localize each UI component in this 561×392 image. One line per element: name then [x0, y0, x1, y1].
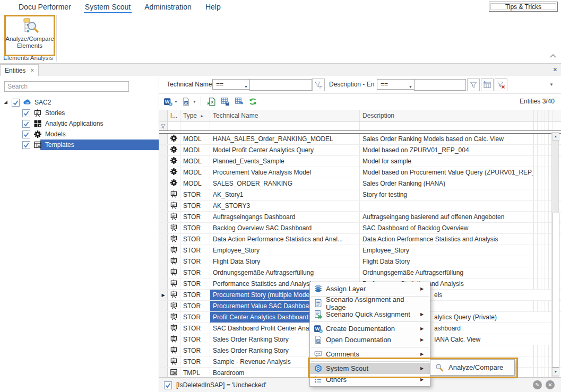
type-cell[interactable]: STOR	[180, 278, 210, 289]
vertical-scrollbar[interactable]: ▲ ▼	[551, 132, 559, 377]
technical-name-cell[interactable]: HANA_SALES_Order_RANKING_MODEL	[210, 134, 360, 144]
type-cell[interactable]: STOR	[180, 334, 210, 345]
type-cell[interactable]: STOR	[180, 223, 210, 233]
open-word-doc-button[interactable]: W	[181, 96, 192, 107]
grid-filter-row[interactable]	[159, 122, 561, 130]
menu-system-scout[interactable]: System Scout	[78, 0, 137, 14]
chevron-down-icon[interactable]: ▼	[174, 100, 178, 103]
technical-name-filter-input[interactable]	[249, 79, 312, 91]
scroll-down-icon[interactable]: ▼	[552, 368, 559, 376]
filterbar-dropdown-icon[interactable]: ▼	[549, 82, 554, 87]
type-cell[interactable]: STOR	[180, 212, 210, 222]
type-column-header[interactable]: Type▲	[180, 110, 210, 121]
description-cell[interactable]	[360, 201, 533, 211]
table-row[interactable]: MODLHANA_SALES_Order_RANKING_MODELSales …	[159, 134, 561, 145]
technical-name-cell[interactable]: Auftragseingangs Dashboard	[210, 212, 360, 222]
technical-name-cell[interactable]: Flight Data Story	[210, 256, 360, 267]
tree-item-stories[interactable]: Stories	[0, 108, 159, 118]
tab-entities[interactable]: Entities ×	[0, 64, 39, 76]
technical-name-cell[interactable]: AK_Story1	[210, 189, 360, 200]
description-filter-input[interactable]	[414, 79, 466, 91]
clear-filter-button[interactable]	[495, 79, 507, 91]
type-cell[interactable]: MODL	[180, 134, 210, 144]
description-cell[interactable]: Employee_Story	[360, 245, 533, 256]
type-cell[interactable]: STOR	[180, 201, 210, 211]
type-cell[interactable]: STOR	[180, 356, 210, 367]
description-cell[interactable]: Model for sample	[360, 156, 533, 167]
menu-item-assign-layer[interactable]: Assign Layer▶	[310, 283, 430, 294]
export-excel-button[interactable]: X	[206, 96, 217, 107]
description-operator-select[interactable]: ==▼	[377, 79, 415, 90]
type-cell[interactable]: MODL	[180, 156, 210, 167]
column-chooser-button[interactable]	[481, 79, 494, 91]
type-cell[interactable]: MODL	[180, 167, 210, 178]
menu-administration[interactable]: Administration	[137, 0, 198, 14]
type-cell[interactable]: STOR	[180, 345, 210, 356]
description-cell[interactable]: Ordnungsgemäße Auftragserfüllung	[360, 267, 533, 278]
tree-item-templates[interactable]: Templates	[0, 140, 159, 150]
tips-tricks-button[interactable]: Tips & Tricks	[489, 2, 558, 12]
icon-column-header[interactable]: I...	[168, 110, 180, 121]
tree-item-analytic-applications[interactable]: Analytic Applications	[0, 118, 159, 129]
menu-item-create-documentation[interactable]: WCreate Documentation▶	[310, 323, 430, 334]
description-cell[interactable]: Model based on Procurement Value Query (…	[360, 167, 533, 178]
tree-item-models[interactable]: Models	[0, 129, 159, 140]
table-row[interactable]: MODLModel Profit Center Analytics QueryM…	[159, 145, 561, 156]
table-row[interactable]: STORAK_Story1Story for testing	[159, 189, 561, 201]
menu-item-system-scout[interactable]: System Scout▶	[310, 363, 430, 374]
menu-item-others[interactable]: Others▶	[310, 374, 430, 385]
description-cell[interactable]: Story for testing	[360, 189, 533, 200]
scrollbar-thumb[interactable]	[552, 213, 559, 368]
checkbox[interactable]	[22, 130, 30, 138]
panel-close-icon[interactable]: ×	[553, 65, 557, 74]
type-cell[interactable]: MODL	[180, 145, 210, 155]
copy-grid-button[interactable]	[234, 96, 245, 107]
technical-name-cell[interactable]: Procurement Value Analysis Model	[210, 167, 360, 178]
type-cell[interactable]: STOR	[180, 245, 210, 256]
type-cell[interactable]: TMPL	[180, 368, 210, 378]
table-row[interactable]: STORData Action Performance Statistics a…	[159, 234, 561, 245]
description-column-header[interactable]: Description	[360, 110, 533, 121]
chevron-down-icon[interactable]: ▼	[193, 100, 196, 103]
expander-icon[interactable]	[2, 99, 10, 106]
technical-name-cell[interactable]: Planned_Events_Sample	[210, 156, 360, 167]
description-cell[interactable]: Auftragseingang basierend auf offenen An…	[360, 212, 533, 222]
table-row[interactable]: STORFlight Data StoryFlight Data Story	[159, 256, 561, 267]
technical-name-cell[interactable]: Model Profit Center Analytics Query	[210, 145, 360, 155]
description-cell[interactable]: Sales Order Ranking Models based on Calc…	[360, 134, 533, 144]
menu-item-scenario-assignment-and-usage[interactable]: Scenario Assignment and Usage	[310, 298, 430, 309]
menu-item-analyze-compare[interactable]: Analyze/Compare	[448, 363, 503, 371]
type-cell[interactable]: STOR	[180, 290, 210, 300]
menu-docu-performer[interactable]: Docu Performer	[12, 0, 78, 14]
type-cell[interactable]: STOR	[180, 234, 210, 245]
checkbox[interactable]	[22, 141, 30, 149]
technical-name-cell[interactable]: SALES_ORDER_RANKING	[210, 178, 360, 189]
technical-name-column-header[interactable]: Technical Name	[210, 110, 360, 121]
checkbox[interactable]	[12, 99, 20, 107]
menu-item-scenario-quick-assignment[interactable]: Scenario Quick Assignment▶	[310, 309, 430, 320]
edit-filter-pencil-icon[interactable]: ✎	[533, 380, 542, 389]
technical-name-cell[interactable]: Backlog Overview SAC Dashboard	[210, 223, 360, 233]
technical-name-cell[interactable]: Employee_Story	[210, 245, 360, 256]
checkbox[interactable]	[22, 109, 30, 117]
description-cell[interactable]: Model based on ZPURV01_REP_004	[360, 145, 533, 155]
remove-filter-close-icon[interactable]: ✕	[546, 380, 555, 389]
search-input[interactable]	[4, 81, 129, 92]
filter-edit-button[interactable]	[312, 79, 325, 91]
type-cell[interactable]: STOR	[180, 256, 210, 267]
type-cell[interactable]: STOR	[180, 323, 210, 334]
table-row[interactable]: MODLProcurement Value Analysis ModelMode…	[159, 167, 561, 178]
technical-name-cell[interactable]: Ordnungsgemäße Auftragserfüllung	[210, 267, 360, 278]
save-grid-button[interactable]	[220, 96, 231, 107]
technical-name-cell[interactable]: AK_STORY3	[210, 201, 360, 211]
ribbon-collapse-chevron-icon[interactable]	[549, 53, 557, 59]
filter-enabled-checkbox[interactable]	[164, 381, 172, 389]
table-row[interactable]: MODLPlanned_Events_SampleModel for sampl…	[159, 156, 561, 167]
table-row[interactable]: STORBacklog Overview SAC DashboardSAC Da…	[159, 223, 561, 234]
technical-name-cell[interactable]: Data Action Performance Statistics and A…	[210, 234, 360, 245]
table-row[interactable]: STORAuftragseingangs DashboardAuftragsei…	[159, 212, 561, 223]
description-cell[interactable]: Flight Data Story	[360, 256, 533, 267]
tree-item-sac2[interactable]: SAC2	[0, 97, 159, 108]
type-cell[interactable]: STOR	[180, 267, 210, 278]
analyze-compare-elements-button[interactable]: Analyze/Compare Elements	[4, 15, 55, 56]
